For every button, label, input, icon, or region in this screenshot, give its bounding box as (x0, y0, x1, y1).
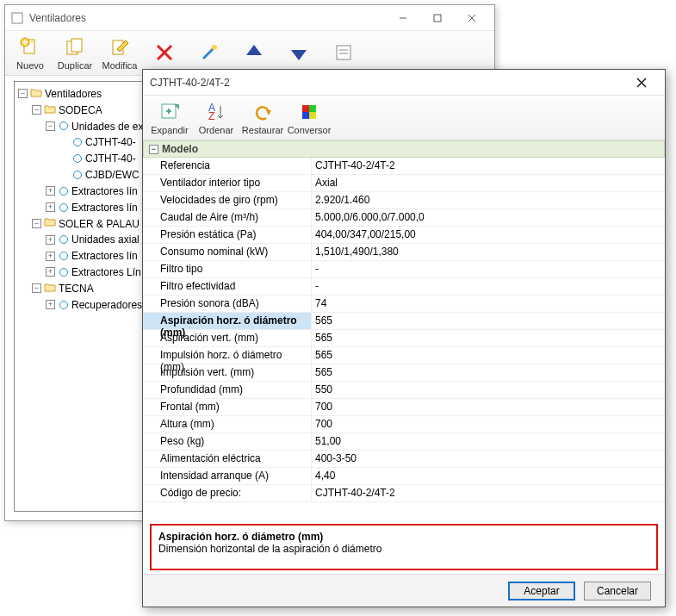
tool-down[interactable] (277, 32, 320, 73)
new-icon (18, 35, 42, 59)
property-value[interactable]: - (311, 261, 665, 278)
property-value[interactable]: 565 (311, 364, 665, 382)
property-row[interactable]: Consumo nominal (kW)1,510/1,490/1,380 (143, 244, 665, 261)
property-row[interactable]: Velocidades de giro (rpm)2.920/1.460 (143, 192, 665, 209)
tool-form[interactable] (322, 32, 365, 73)
svg-rect-27 (309, 112, 316, 119)
node-circle-icon (59, 235, 68, 244)
property-value[interactable]: Axial (311, 175, 665, 192)
svg-marker-12 (246, 45, 262, 55)
property-row[interactable]: Intensidad arranque (A)4,40 (143, 468, 665, 485)
tree-label: Extractores Lín (71, 266, 141, 278)
property-value[interactable]: 550 (311, 382, 665, 399)
tool-conversor[interactable]: Conversor (288, 96, 331, 138)
property-value[interactable]: - (311, 278, 665, 296)
property-value[interactable]: 700 (311, 416, 665, 433)
tool-wizard[interactable] (188, 32, 231, 73)
tree-toggle-icon[interactable]: + (46, 202, 55, 212)
property-row[interactable]: Presión estática (Pa)404,00/347,00/215,0… (143, 227, 665, 244)
property-row[interactable]: Impulsión horz. ó diámetro (mm)565 (143, 347, 665, 364)
property-row[interactable]: Presión sonora (dBA)74 (143, 296, 665, 313)
property-row[interactable]: Profundidad (mm)550 (143, 382, 665, 399)
tool-label: Duplicar (58, 60, 92, 71)
maximize-button[interactable] (420, 6, 455, 30)
sort-icon: AZ (204, 100, 228, 124)
property-value[interactable]: 565 (311, 347, 665, 364)
collapse-icon[interactable]: − (149, 145, 158, 154)
tree-label: Unidades de ex (71, 120, 143, 132)
property-row[interactable]: Impulsión vert. (mm)565 (143, 364, 665, 382)
property-row[interactable]: Código de precio:CJTHT-40-2/4T-2 (143, 485, 665, 502)
tool-label: Expandir (151, 125, 188, 135)
tool-Nuevo[interactable]: Nuevo (9, 32, 52, 73)
tool-ordenar[interactable]: AZOrdenar (195, 96, 238, 138)
dialog-titlebar: CJTHT-40-2/4T-2 (143, 70, 665, 96)
node-circle-icon (59, 121, 68, 130)
property-row[interactable]: Peso (kg)51,00 (143, 433, 665, 451)
property-value[interactable]: CJTHT-40-2/4T-2 (311, 485, 665, 502)
tool-delete[interactable] (143, 32, 186, 73)
property-row[interactable]: Aspiración vert. (mm)565 (143, 330, 665, 347)
help-panel: Aspiración horz. ó diámetro (mm) Dimensi… (150, 524, 658, 570)
tool-expandir[interactable]: Expandir (148, 96, 191, 138)
tree-toggle-icon[interactable]: + (46, 186, 55, 196)
property-value[interactable]: 400-3-50 (311, 451, 665, 468)
cancel-button[interactable]: Cancelar (584, 582, 651, 600)
form-icon (332, 40, 356, 65)
property-value[interactable]: 5.000,0/6.000,0/7.000,0 (311, 209, 665, 227)
minimize-button[interactable] (386, 6, 420, 30)
property-row[interactable]: Ventilador interior tipoAxial (143, 175, 665, 192)
property-value[interactable]: 404,00/347,00/215,00 (311, 227, 665, 244)
tree-toggle-icon[interactable]: − (18, 89, 28, 98)
property-label: Altura (mm) (143, 416, 311, 433)
tree-toggle-icon[interactable]: + (46, 267, 55, 277)
tree-toggle-icon[interactable]: + (46, 235, 55, 245)
property-value[interactable]: 2.920/1.460 (311, 192, 665, 209)
property-row[interactable]: Caudal de Aire (m³/h)5.000,0/6.000,0/7.0… (143, 209, 665, 227)
tool-up[interactable] (233, 32, 276, 73)
svg-text:Z: Z (208, 110, 214, 122)
property-label: Profundidad (mm) (143, 382, 311, 399)
node-circle-icon (59, 203, 68, 212)
property-row[interactable]: Altura (mm)700 (143, 416, 665, 433)
property-row[interactable]: Frontal (mm)700 (143, 399, 665, 416)
property-value[interactable]: 4,40 (311, 468, 665, 485)
property-value[interactable]: 565 (311, 330, 665, 347)
tree-label: Ventiladores (45, 88, 102, 100)
tool-Duplicar[interactable]: Duplicar (53, 32, 96, 73)
tool-label: Conversor (288, 125, 332, 135)
dialog-close-button[interactable] (625, 71, 658, 95)
tree-toggle-icon[interactable]: + (46, 252, 55, 261)
property-value[interactable]: 1,510/1,490/1,380 (311, 244, 665, 261)
dialog-button-bar: Aceptar Cancelar (143, 574, 665, 607)
close-button[interactable] (455, 6, 489, 30)
tree-toggle-icon[interactable]: − (32, 219, 41, 228)
property-label: Impulsión vert. (mm) (143, 364, 311, 382)
tree-toggle-icon[interactable]: − (32, 283, 41, 293)
property-row[interactable]: Filtro tipo- (143, 261, 665, 278)
property-value[interactable]: 565 (311, 313, 665, 330)
tree-label: TECNA (59, 283, 94, 295)
tree-toggle-icon[interactable]: − (46, 121, 55, 131)
property-value[interactable]: 74 (311, 296, 665, 313)
folder-icon (44, 215, 56, 231)
svg-rect-24 (302, 105, 309, 112)
property-row[interactable]: Aspiración horz. ó diámetro (mm)565 (143, 313, 665, 330)
group-header[interactable]: − Modelo (143, 140, 665, 158)
tool-restaurar[interactable]: Restaurar (241, 96, 284, 138)
property-label: Frontal (mm) (143, 399, 311, 416)
tree-toggle-icon[interactable]: + (46, 300, 55, 309)
convert-icon (297, 100, 321, 124)
tree-toggle-icon[interactable]: − (32, 105, 41, 115)
property-value[interactable]: CJTHT-40-2/4T-2 (311, 158, 665, 175)
accept-button[interactable]: Aceptar (508, 582, 575, 600)
svg-marker-23 (266, 110, 271, 115)
dialog-toolbar: ExpandirAZOrdenarRestaurarConversor (143, 96, 665, 140)
svg-marker-13 (291, 50, 307, 60)
property-value[interactable]: 51,00 (311, 433, 665, 451)
property-row[interactable]: Alimentación eléctrica400-3-50 (143, 451, 665, 468)
tool-Modifica[interactable]: Modifica (98, 32, 141, 73)
property-row[interactable]: ReferenciaCJTHT-40-2/4T-2 (143, 158, 665, 175)
property-row[interactable]: Filtro efectividad- (143, 278, 665, 296)
property-value[interactable]: 700 (311, 399, 665, 416)
